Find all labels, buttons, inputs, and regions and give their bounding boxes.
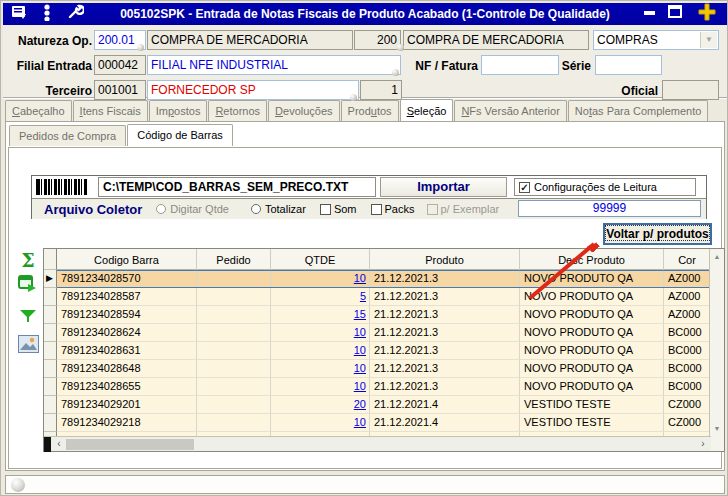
tab-notas-para-complemento[interactable]: Notas Para Complemento (568, 100, 709, 121)
som-label: Som (334, 203, 357, 215)
grid-cell (197, 414, 271, 432)
importar-button[interactable]: Importar (380, 177, 507, 197)
scroll-up-icon[interactable]: ▲ (710, 249, 724, 264)
totalizar-radio[interactable] (251, 204, 261, 214)
som-checkbox[interactable] (320, 204, 331, 215)
grid-cell: 21.12.2021.3 (370, 342, 520, 360)
grid-cell: NOVO PRODUTO QA (520, 288, 664, 306)
note-icon[interactable] (11, 5, 27, 24)
header-form: Natureza Op. 200.01 COMPRA DE MERCADORIA… (3, 25, 727, 99)
terceiro-desc-field[interactable]: FORNECEDOR SP (147, 80, 359, 100)
grid-row[interactable]: 78912340292012021.12.2021.4VESTIDO TESTE… (44, 396, 711, 414)
vertical-scrollbar[interactable]: ▲ ▼ (709, 249, 724, 451)
exemplar-label: p/ Exemplar (441, 203, 500, 215)
column-header-produto[interactable]: Produto (370, 249, 520, 270)
natureza-code2-field: 200 (354, 30, 401, 50)
tab-devolu-es[interactable]: Devoluções (268, 100, 340, 121)
tab-produtos[interactable]: Produtos (341, 100, 399, 121)
grid-cell: NOVO PRODUTO QA (520, 378, 664, 396)
grid-row[interactable]: 78912340286481021.12.2021.3NOVO PRODUTO … (44, 360, 711, 378)
codigo-barras-page: C:\TEMP\COD_BARRAS_SEM_PRECO.TXT Importa… (8, 147, 722, 469)
close-plus-button[interactable] (697, 2, 717, 26)
app-window: 005102SPK - Entrada de Notas Fiscais de … (0, 0, 728, 496)
filter-icon[interactable] (19, 309, 37, 327)
grid-cell: NOVO PRODUTO QA (520, 360, 664, 378)
hscroll-thumb[interactable] (66, 439, 194, 450)
grid-cell: 10 (271, 342, 370, 360)
column-header-desc-produto[interactable]: Desc Produto (520, 249, 664, 270)
grid-cell: 21.12.2021.3 (370, 360, 520, 378)
wrench-icon[interactable] (67, 4, 84, 24)
grid-cell: 10 (271, 378, 370, 396)
scroll-down-icon[interactable]: ▼ (710, 421, 724, 436)
grid-cell: NOVO PRODUTO QA (520, 270, 664, 288)
file-path-field[interactable]: C:\TEMP\COD_BARRAS_SEM_PRECO.TXT (98, 177, 376, 197)
grid-row[interactable]: 78912340292181021.12.2021.4VESTIDO TESTE… (44, 414, 711, 432)
export-icon[interactable] (18, 275, 38, 297)
column-header-pedido[interactable]: Pedido (197, 249, 271, 270)
grid-cell: 10 (271, 270, 370, 288)
coletor-qty-field[interactable]: 99999 (518, 200, 701, 217)
grid-row[interactable]: 78912340286551021.12.2021.3NOVO PRODUTO … (44, 378, 711, 396)
grid-cell: 7891234028594 (57, 306, 197, 324)
packs-label: Packs (385, 203, 415, 215)
nf-fatura-field[interactable] (481, 55, 559, 75)
filial-desc-field[interactable]: FILIAL NFE INDUSTRIAL (147, 55, 401, 75)
grid-cell: AZ000 (664, 288, 711, 306)
tab-impostos[interactable]: Impostos (149, 100, 208, 121)
subtab-c-digo-de-barras[interactable]: Código de Barras (127, 124, 233, 146)
tab-itens-fiscais[interactable]: Itens Fiscais (73, 100, 148, 121)
column-header-qtde[interactable]: QTDE (271, 249, 370, 270)
grid-cell: VESTIDO TESTE (520, 396, 664, 414)
terceiro-label: Terceiro (3, 84, 92, 98)
grid-cell: 7891234028570 (57, 270, 197, 288)
tab-retornos[interactable]: Retornos (208, 100, 267, 121)
exemplar-checkbox (427, 204, 438, 215)
window-title: 005102SPK - Entrada de Notas Fiscais de … (3, 7, 727, 21)
grid-cell: NOVO PRODUTO QA (520, 324, 664, 342)
voltar-produtos-button[interactable]: Voltar p/ produtos (603, 223, 712, 245)
grid-cell: 21.12.2021.3 (370, 306, 520, 324)
scroll-left-icon[interactable]: ‹ (51, 437, 67, 452)
chevron-down-icon[interactable]: ▼ (700, 32, 717, 48)
tab-nfs-vers-o-anterior[interactable]: NFs Versão Anterior (454, 100, 566, 121)
grid-cell: 7891234028631 (57, 342, 197, 360)
grid-cell: 7891234029218 (57, 414, 197, 432)
sum-icon[interactable]: Σ (21, 251, 34, 269)
selecao-tabpage: Pedidos de CompraCódigo de Barras C:\TEM… (5, 121, 725, 471)
grid-row[interactable]: 7891234028587521.12.2021.3NOVO PRODUTO Q… (44, 288, 711, 306)
scroll-right-icon[interactable]: › (695, 437, 711, 452)
digitar-qtde-radio[interactable] (156, 204, 166, 214)
image-icon[interactable] (18, 335, 39, 357)
terceiro-code-field: 001001 (94, 80, 146, 100)
grid-row[interactable]: 78912340286241021.12.2021.3NOVO PRODUTO … (44, 324, 711, 342)
minimize-button[interactable] (641, 4, 659, 24)
natureza-label: Natureza Op. (3, 34, 92, 48)
tipo-dropdown[interactable]: COMPRAS▼ (593, 30, 719, 50)
packs-checkbox[interactable] (371, 204, 382, 215)
subtab-pedidos-de-compra[interactable]: Pedidos de Compra (9, 125, 126, 146)
grid-cell: 10 (271, 324, 370, 342)
tab-sele-o[interactable]: Seleção (400, 99, 454, 121)
column-header-codigo-barra[interactable]: Codigo Barra (57, 249, 197, 270)
natureza-desc-field: COMPRA DE MERCADORIA (147, 30, 353, 50)
grid-cell: VESTIDO TESTE (520, 414, 664, 432)
traffic-light-icon[interactable] (41, 4, 53, 25)
serie-field[interactable] (595, 55, 662, 75)
grid-row[interactable]: 78912340286311021.12.2021.3NOVO PRODUTO … (44, 342, 711, 360)
grid-cell: 21.12.2021.3 (370, 270, 520, 288)
digitar-qtde-label: Digitar Qtde (170, 203, 229, 215)
horizontal-scrollbar[interactable]: ‹ › (44, 436, 711, 451)
serie-label: Série (559, 59, 591, 73)
column-header-cor[interactable]: Cor (664, 249, 711, 270)
grid-row[interactable]: ▶78912340285701021.12.2021.3NOVO PRODUTO… (44, 270, 711, 288)
grid-toolbar: Σ (16, 251, 40, 357)
grid-row[interactable]: 78912340285941521.12.2021.3NOVO PRODUTO … (44, 306, 711, 324)
maximize-button[interactable] (667, 4, 683, 24)
config-leitura-checkbox[interactable]: ✓ (519, 182, 530, 193)
grid-cell: 7891234028648 (57, 360, 197, 378)
grid-cell: BC000 (664, 342, 711, 360)
grid-cell: 21.12.2021.3 (370, 324, 520, 342)
grid-cell: 7891234028587 (57, 288, 197, 306)
tab-cabe-alho[interactable]: Cabeçalho (5, 100, 72, 121)
